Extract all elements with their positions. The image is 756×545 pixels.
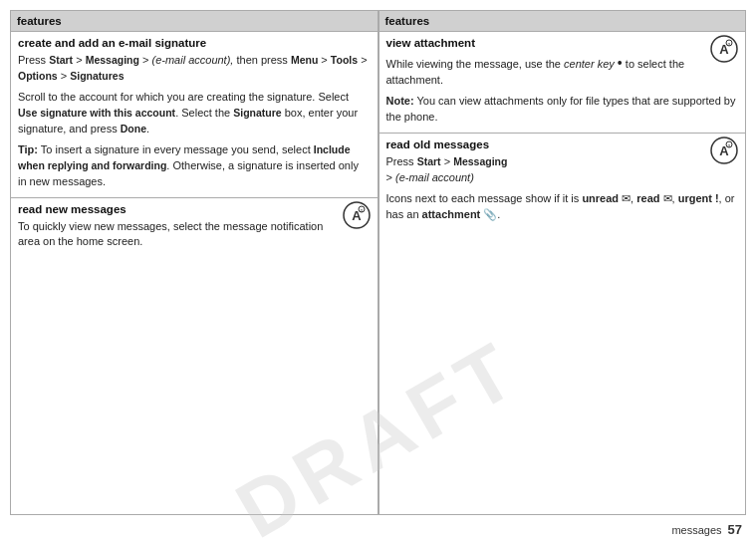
page-footer: messages 57 [671,522,742,537]
create-signature-body: Press Start > Messaging > (e-mail accoun… [18,53,371,190]
attachment-label: attachment [422,208,481,220]
start-1: Start [49,54,73,66]
section-view-attachment: A o view attachment While viewing the me… [379,32,746,134]
include-code: Include when replying and forwarding [18,143,351,171]
section-read-new: A o read new messages To quickly view ne… [11,198,378,258]
urgent-label: urgent ! [678,192,719,204]
create-sig-para-2: Scroll to the account for which you are … [18,90,371,137]
view-attachment-para-1: While viewing the message, use the cente… [386,53,739,89]
read-old-para-2: Icons next to each message show if it is… [386,191,739,223]
read-old-body: Press Start > Messaging > (e-mail accoun… [386,154,739,223]
start-2: Start [417,155,441,167]
create-sig-para-1: Press Start > Messaging > (e-mail accoun… [18,53,371,85]
svg-text:o: o [360,206,363,212]
page-container: features create and add an e-mail signat… [0,0,756,545]
page-number: 57 [728,522,742,537]
done-code: Done [121,123,146,135]
email-account-1: (e-mail account), [151,54,233,66]
read-label: read [636,192,659,204]
read-new-icon: A o [343,201,371,229]
tip-label: Tip: [18,143,38,155]
messaging-2: Messaging [453,155,507,167]
read-old-heading: read old messages [386,138,739,150]
right-table: features A o view attachment While viewi… [378,10,747,515]
unread-label: unread [582,192,619,204]
read-old-icon: A o [710,136,738,164]
note-label: Note: [386,95,414,107]
center-key-text: center key [564,58,615,70]
left-table: features create and add an e-mail signat… [10,10,378,515]
center-dot: • [618,55,623,71]
read-new-heading: read new messages [18,203,371,215]
tools-1: Tools [331,54,358,66]
read-new-body: To quickly view new messages, select the… [18,219,371,251]
left-table-header: features [11,11,378,32]
email-account-2: (e-mail account) [395,171,474,183]
create-signature-heading: create and add an e-mail signature [18,37,371,49]
read-new-para: To quickly view new messages, select the… [18,219,371,251]
right-table-header: features [379,11,746,32]
view-attachment-para-2: Note: You can view attachments only for … [386,94,739,126]
section-read-old: A o read old messages Press Start > Mess… [379,134,746,230]
options-1: Options [18,70,58,82]
section-create-signature: create and add an e-mail signature Press… [11,32,378,198]
menu-1: Menu [291,54,318,66]
messaging-1: Messaging [86,54,139,66]
view-attachment-body: While viewing the message, use the cente… [386,53,739,126]
view-attachment-heading: view attachment [386,37,739,49]
read-old-para-1: Press Start > Messaging > (e-mail accoun… [386,154,739,186]
svg-text:o: o [728,142,731,148]
view-attachment-icon: A o [710,35,738,63]
svg-text:o: o [728,41,731,47]
footer-label: messages [671,524,721,536]
sig-box-code: Signature [233,107,281,119]
create-sig-para-3: Tip: To insert a signature in every mess… [18,142,371,190]
tables-row: features create and add an e-mail signat… [10,10,746,515]
signatures-1: Signatures [70,70,124,82]
use-sig-code: Use signature with this account [18,107,175,119]
